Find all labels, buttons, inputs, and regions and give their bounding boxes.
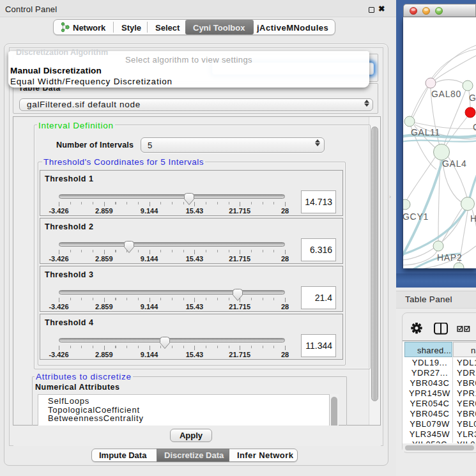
- svg-text:HAP2: HAP2: [437, 252, 462, 263]
- svg-text:GAL80: GAL80: [431, 89, 461, 99]
- svg-text:H: H: [470, 213, 476, 224]
- svg-text:C: C: [473, 122, 476, 132]
- svg-text:GAL11: GAL11: [411, 127, 440, 137]
- svg-text:GCY1: GCY1: [403, 211, 429, 222]
- svg-text:GA: GA: [469, 93, 476, 103]
- svg-text:GAL4: GAL4: [442, 158, 467, 169]
